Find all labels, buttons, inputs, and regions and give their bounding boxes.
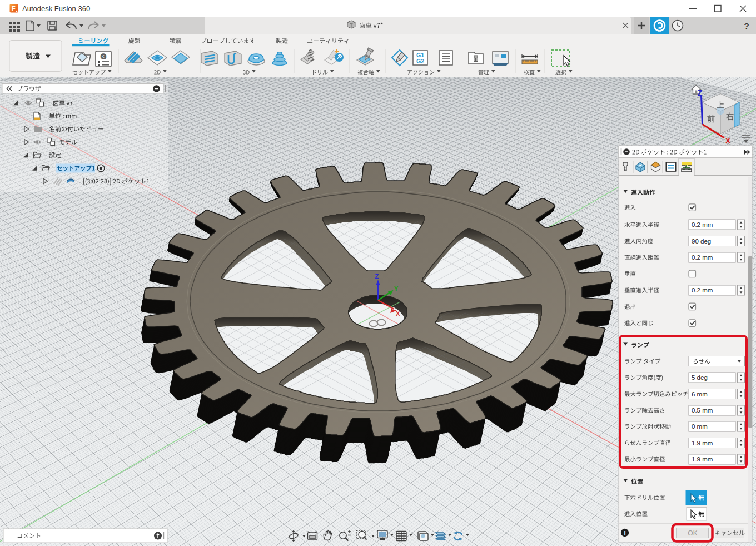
svg-text:0.2 mm: 0.2 mm bbox=[692, 287, 713, 294]
svg-text:1.9 mm: 1.9 mm bbox=[692, 456, 713, 463]
svg-text:?: ? bbox=[744, 21, 749, 31]
svg-text:5 deg: 5 deg bbox=[692, 374, 708, 381]
svg-text:Autodesk Fusion 360: Autodesk Fusion 360 bbox=[22, 4, 90, 13]
svg-text:G2: G2 bbox=[416, 58, 424, 64]
svg-text:90 deg: 90 deg bbox=[692, 238, 711, 245]
svg-text:1.9 mm: 1.9 mm bbox=[692, 440, 713, 446]
svg-text:Z: Z bbox=[698, 88, 703, 97]
svg-text:0.2 mm: 0.2 mm bbox=[692, 221, 713, 228]
svg-text:0.5 mm: 0.5 mm bbox=[692, 407, 713, 414]
svg-text:0 mm: 0 mm bbox=[692, 423, 708, 430]
svg-text:Y: Y bbox=[394, 285, 399, 292]
svg-text:i: i bbox=[624, 530, 625, 537]
svg-text:G: G bbox=[101, 52, 106, 61]
svg-text:OK: OK bbox=[688, 529, 697, 537]
svg-text:Z: Z bbox=[375, 273, 379, 280]
svg-text:0.2 mm: 0.2 mm bbox=[692, 254, 713, 261]
svg-text:6 mm: 6 mm bbox=[692, 391, 708, 398]
svg-text:X: X bbox=[396, 310, 400, 317]
svg-text:X: X bbox=[725, 136, 731, 145]
svg-text:F: F bbox=[12, 5, 16, 13]
